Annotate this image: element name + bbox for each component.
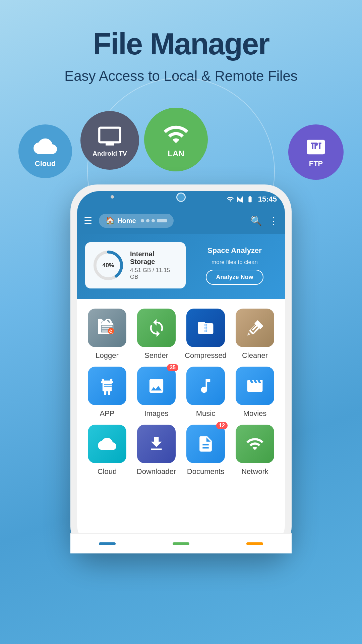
cloud-app-icon-wrapper: [88, 425, 126, 463]
app-item-downloader[interactable]: Downloader: [134, 425, 178, 476]
app-item-cleaner[interactable]: Cleaner: [233, 309, 277, 360]
app-item-app[interactable]: APP: [85, 367, 129, 418]
documents-badge: 12: [216, 422, 228, 429]
header-actions: 🔍 ⋮: [250, 215, 278, 226]
app-label: APP: [100, 409, 114, 418]
cloud-label: Cloud: [35, 159, 56, 168]
lan-icon-circle[interactable]: LAN: [144, 108, 208, 171]
lan-label: LAN: [168, 149, 184, 158]
bottom-tab-2[interactable]: [173, 542, 189, 545]
documents-label: Documents: [187, 467, 224, 476]
app-item-movies[interactable]: Movies: [233, 367, 277, 418]
dot4: [157, 219, 167, 222]
music-icon-wrapper: [186, 367, 225, 405]
svg-text:⏱: ⏱: [109, 329, 113, 333]
storage-info: Internal Storage 4.51 GB / 11.15 GB: [130, 250, 178, 280]
status-time: 15:45: [258, 195, 277, 204]
app-item-sender[interactable]: Sender: [134, 309, 178, 360]
app-item-compressed[interactable]: Compressed: [184, 309, 228, 360]
dot1: [141, 219, 144, 222]
analyzer-subtitle: more files to clean: [212, 259, 258, 266]
home-icon: 🏠: [106, 216, 115, 225]
sender-icon: [137, 309, 176, 347]
phone-body: 15:45 ☰ 🏠 Home 🔍 ⋮: [70, 184, 292, 553]
cloud-app-icon: [88, 425, 126, 463]
app-grid-section: ⏱ Logger: [77, 299, 285, 485]
dot2: [146, 219, 149, 222]
breadcrumb-dots: [141, 219, 167, 222]
svg-rect-4: [102, 328, 109, 330]
app-item-images[interactable]: 35 Images: [134, 367, 178, 418]
app-title: File Manager: [0, 0, 362, 61]
storage-label: Internal Storage: [130, 250, 178, 266]
storage-card[interactable]: 40% Internal Storage 4.51 GB / 11.15 GB: [85, 242, 186, 288]
storage-capacity: 4.51 GB / 11.15 GB: [130, 267, 178, 280]
compressed-icon: [186, 309, 225, 347]
dot3: [152, 219, 155, 222]
phone-speaker: [111, 195, 114, 199]
home-pill[interactable]: 🏠 Home: [99, 214, 174, 228]
logger-icon-wrapper: ⏱: [88, 309, 126, 347]
svg-text:40%: 40%: [102, 262, 114, 269]
more-options-icon[interactable]: ⋮: [269, 215, 278, 226]
downloader-label: Downloader: [137, 467, 176, 476]
network-label: Network: [241, 467, 268, 476]
phone-mockup: 15:45 ☰ 🏠 Home 🔍 ⋮: [70, 184, 292, 553]
app-item-music[interactable]: Music: [184, 367, 228, 418]
bottom-nav: [77, 533, 285, 547]
documents-icon-wrapper: 12: [186, 425, 225, 463]
images-badge: 35: [167, 364, 178, 371]
images-icon: [137, 367, 176, 405]
movies-icon: [236, 367, 274, 405]
storage-donut-chart: 40%: [93, 250, 123, 280]
sender-icon-wrapper: [137, 309, 176, 347]
logger-label: Logger: [96, 351, 119, 360]
logger-icon: ⏱: [88, 309, 126, 347]
network-icon-wrapper: [236, 425, 274, 463]
app-header: ☰ 🏠 Home 🔍 ⋮: [77, 207, 285, 234]
bottom-tab-3[interactable]: [246, 542, 263, 545]
compressed-label: Compressed: [185, 351, 227, 360]
app-grid: ⏱ Logger: [85, 309, 277, 476]
cloud-app-label: Cloud: [98, 467, 117, 476]
bottom-tab-1[interactable]: [99, 542, 116, 545]
analyze-button[interactable]: Analyze Now: [206, 270, 263, 285]
app-item-logger[interactable]: ⏱ Logger: [85, 309, 129, 360]
app-item-cloud[interactable]: Cloud: [85, 425, 129, 476]
downloader-icon: [137, 425, 176, 463]
analyzer-panel: Space Analyzer more files to clean Analy…: [192, 242, 277, 288]
music-icon: [186, 367, 225, 405]
images-label: Images: [144, 409, 168, 418]
android-tv-label: Android TV: [93, 150, 127, 157]
storage-section: 40% Internal Storage 4.51 GB / 11.15 GB …: [77, 234, 285, 299]
downloader-icon-wrapper: [137, 425, 176, 463]
app-icon-wrapper: [88, 367, 126, 405]
cloud-icon-circle[interactable]: Cloud: [18, 124, 72, 178]
phone-screen: 15:45 ☰ 🏠 Home 🔍 ⋮: [77, 191, 285, 547]
hamburger-icon[interactable]: ☰: [84, 215, 92, 226]
compressed-icon-wrapper: [186, 309, 225, 347]
movies-label: Movies: [243, 409, 267, 418]
app-icon: [88, 367, 126, 405]
cleaner-icon-wrapper: [236, 309, 274, 347]
svg-rect-5: [102, 330, 108, 332]
documents-icon: [186, 425, 225, 463]
sender-label: Sender: [144, 351, 168, 360]
cleaner-icon: [236, 309, 274, 347]
analyzer-title: Space Analyzer: [207, 246, 262, 255]
movies-icon-wrapper: [236, 367, 274, 405]
status-icons: [227, 196, 254, 203]
wifi-icon: [227, 196, 234, 203]
app-item-network[interactable]: Network: [233, 425, 277, 476]
ftp-icon-circle[interactable]: FTP: [288, 124, 344, 180]
svg-rect-3: [102, 326, 112, 327]
images-icon-wrapper: 35: [137, 367, 176, 405]
ftp-label: FTP: [309, 159, 323, 168]
hero-section: File Manager Easy Access to Local & Remo…: [0, 0, 362, 84]
signal-icon: [237, 196, 243, 203]
battery-icon: [246, 196, 254, 203]
app-item-documents[interactable]: 12 Documents: [184, 425, 228, 476]
android-tv-icon-circle[interactable]: Android TV: [80, 111, 139, 170]
search-icon[interactable]: 🔍: [250, 215, 262, 226]
cleaner-label: Cleaner: [242, 351, 268, 360]
